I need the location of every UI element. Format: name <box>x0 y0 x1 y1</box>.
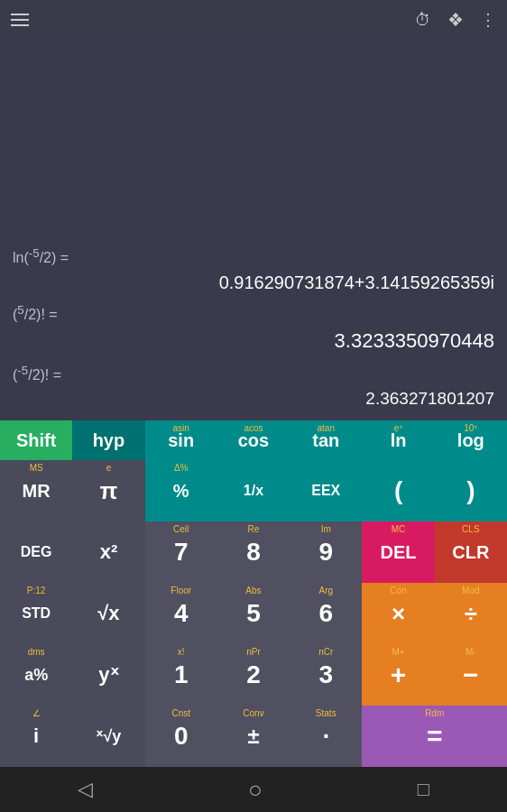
n3-button[interactable]: nCr 3 <box>290 644 362 706</box>
row-2: DEG x² Ceil 7 Re 8 Im 9 MC DEL CLS CLR <box>0 521 507 583</box>
n9-button[interactable]: Im 9 <box>290 521 362 583</box>
display-line-3: (-5/2)! = 2.363271801207 <box>13 361 494 411</box>
imag-button[interactable]: ∠ i <box>0 706 72 767</box>
top-bar-left <box>11 14 29 26</box>
pct-button[interactable]: Δ% % <box>145 460 217 521</box>
sin-button[interactable]: asin sin <box>145 420 217 460</box>
expr-2: (5/2)! = <box>13 307 58 322</box>
dot-button[interactable]: Stats · <box>290 706 362 767</box>
tan-button[interactable]: atan tan <box>290 420 362 460</box>
n6-button[interactable]: Arg 6 <box>290 583 362 644</box>
recents-button[interactable]: □ <box>418 778 429 801</box>
n2-button[interactable]: nPr 2 <box>217 644 290 706</box>
more-icon[interactable]: ⋮ <box>480 10 496 30</box>
div-button[interactable]: Mod ÷ <box>435 583 507 644</box>
equals-button[interactable]: Rdm = <box>362 706 507 767</box>
std-button[interactable]: P:12 STD <box>0 583 72 644</box>
pi-button[interactable]: e π <box>72 460 144 521</box>
mr-button[interactable]: MS MR <box>0 460 72 521</box>
plusminus-button[interactable]: Conv ± <box>217 706 290 767</box>
cos-button[interactable]: acos cos <box>217 420 290 460</box>
menu-button[interactable] <box>11 14 29 26</box>
inv-button[interactable]: 1/x <box>217 460 290 521</box>
display-line-1: ln(-5/2) = 0.916290731874+3.14159265359i <box>13 245 494 296</box>
x2-button[interactable]: x² <box>72 521 144 583</box>
del-button[interactable]: MC DEL <box>362 521 434 583</box>
n4-button[interactable]: Floor 4 <box>145 583 217 644</box>
layers-icon[interactable]: ❖ <box>447 9 464 31</box>
n8-button[interactable]: Re 8 <box>217 521 290 583</box>
yx-button[interactable]: yˣ <box>72 644 144 706</box>
shift-button[interactable]: Shift <box>0 420 72 460</box>
result-2: 3.3233350970448 <box>13 326 494 355</box>
result-3: 2.363271801207 <box>13 386 494 412</box>
hyp-button[interactable]: hyp <box>72 420 144 460</box>
expr-1: ln(-5/2) = <box>13 250 69 265</box>
sqrt-button[interactable]: √x <box>72 583 144 644</box>
expr-3: (-5/2)! = <box>13 367 61 383</box>
rparen-button[interactable]: ) <box>435 460 507 521</box>
eex-button[interactable]: EEX <box>290 460 362 521</box>
minus-button[interactable]: M- − <box>435 644 507 706</box>
deg-button[interactable]: DEG <box>0 521 72 583</box>
row-shift: Shift hyp asin sin acos cos atan tan eˣ … <box>0 420 507 460</box>
row-3: P:12 STD √x Floor 4 Abs 5 Arg 6 Con × Mo… <box>0 583 507 644</box>
plus-button[interactable]: M+ + <box>362 644 434 706</box>
home-button[interactable]: ○ <box>248 776 263 804</box>
row-4: dms a% yˣ x! 1 nPr 2 nCr 3 M+ + M- − <box>0 644 507 706</box>
display: ln(-5/2) = 0.916290731874+3.14159265359i… <box>0 40 507 420</box>
history-icon[interactable]: ⏱ <box>415 11 431 30</box>
n5-button[interactable]: Abs 5 <box>217 583 290 644</box>
row-5: ∠ i ˣ√y Cnst 0 Conv ± Stats · Rdm = <box>0 706 507 767</box>
bottom-nav: ◁ ○ □ <box>0 767 507 812</box>
clr-button[interactable]: CLS CLR <box>435 521 507 583</box>
top-bar: ⏱ ❖ ⋮ <box>0 0 507 40</box>
ln-button[interactable]: eˣ ln <box>362 420 434 460</box>
mul-button[interactable]: Con × <box>362 583 434 644</box>
n0-button[interactable]: Cnst 0 <box>145 706 217 767</box>
buttons-area: Shift hyp asin sin acos cos atan tan eˣ … <box>0 420 507 767</box>
ab-button[interactable]: dms a% <box>0 644 72 706</box>
back-button[interactable]: ◁ <box>78 778 93 801</box>
display-line-2: (5/2)! = 3.3233350970448 <box>13 301 494 355</box>
row-1: MS MR e π Δ% % 1/x EEX ( ) <box>0 460 507 521</box>
n7-button[interactable]: Ceil 7 <box>145 521 217 583</box>
xrooty-button[interactable]: ˣ√y <box>72 706 144 767</box>
top-bar-right: ⏱ ❖ ⋮ <box>415 9 496 31</box>
result-1: 0.916290731874+3.14159265359i <box>13 269 494 296</box>
n1-button[interactable]: x! 1 <box>145 644 217 706</box>
lparen-button[interactable]: ( <box>362 460 434 521</box>
log-button[interactable]: 10ˣ log <box>435 420 507 460</box>
